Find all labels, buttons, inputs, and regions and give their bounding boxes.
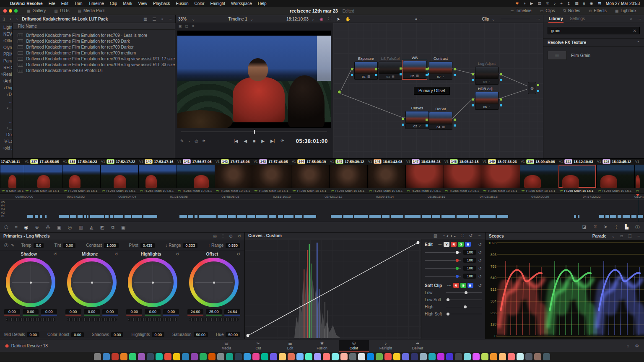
page-dots[interactable]: · ● · ·: [410, 17, 425, 21]
timeline-clip-segment[interactable]: [195, 215, 198, 218]
motion-effects-icon[interactable]: ▣: [57, 225, 61, 230]
lut-tree-folder[interactable]: ∨ Dope ...: [0, 84, 12, 91]
parade-scope[interactable]: 10238967686405123842561280: [486, 240, 644, 339]
menubar-status-icon[interactable]: ♪: [554, 1, 556, 5]
lut-tree-folder[interactable]: Lightroo...: [0, 24, 12, 31]
dock-app-icon[interactable]: [411, 353, 418, 360]
node-rgb-input-pin[interactable]: [472, 73, 474, 75]
menubar-menu[interactable]: Timeline: [88, 1, 104, 6]
timeline-clip[interactable]: V1 152 18:13:45:12 ⚯ H.265 Main 10 L5.1: [596, 159, 634, 194]
dock-app-icon[interactable]: [94, 353, 101, 360]
dock-app-icon[interactable]: [481, 353, 488, 360]
dock-app-icon[interactable]: [252, 353, 260, 360]
clip-thumbnail[interactable]: [520, 165, 558, 188]
scope-expand-icon[interactable]: ⛶: [628, 234, 631, 239]
clip-thumbnail[interactable]: [291, 165, 329, 188]
video-frame[interactable]: [177, 31, 331, 128]
dock-app-icon[interactable]: [402, 353, 409, 360]
wheel-red-value[interactable]: 0.00: [126, 309, 142, 314]
timeline-clip[interactable]: V1 144 17:58:08:19 ⚯ H.265 Main 10 L5.1: [291, 159, 329, 194]
dock-app-icon[interactable]: [235, 353, 242, 360]
softclip-slider-handle[interactable]: [447, 313, 449, 315]
stop-button[interactable]: ■: [253, 139, 255, 143]
viewer-overlay-icon-1[interactable]: ▣: [179, 24, 182, 29]
wheel-blue-value[interactable]: 0.00: [41, 309, 57, 314]
timeline-clip-segment[interactable]: [605, 215, 609, 218]
adjustment-value[interactable]: 50.00: [194, 332, 208, 337]
reset-icon[interactable]: ↺: [469, 233, 473, 238]
timeline-clip[interactable]: V1 150 18:09:49:06 ⚯ H.265 Main 10 L5.1: [520, 159, 558, 194]
timeline-clip-segment[interactable]: [638, 215, 644, 218]
dock-app-icon[interactable]: [393, 353, 400, 360]
dock-app-icon[interactable]: [437, 353, 444, 360]
node-rgb-input-pin[interactable]: [472, 98, 474, 101]
wheel-master-slider[interactable]: [67, 318, 117, 321]
loop-button[interactable]: ⟳: [280, 139, 284, 143]
dock-app-icon[interactable]: [288, 353, 295, 360]
curve-custom-icon[interactable]: ▨: [434, 233, 437, 238]
more-options-icon[interactable]: ⋯: [166, 17, 175, 21]
node-key-output-pin[interactable]: [454, 124, 456, 127]
lut-file-row[interactable]: ⋮⋮ Driftwood Kodakchrome Film Emulation …: [13, 56, 175, 62]
timeline-clip-segment[interactable]: [40, 215, 42, 218]
timeline-clip-segment[interactable]: [284, 215, 294, 218]
timeline-clip-segment[interactable]: [179, 215, 187, 218]
adjustment-value[interactable]: 0.00: [27, 332, 39, 337]
control-value[interactable]: 0.333: [183, 243, 198, 248]
timeline-clip-segment[interactable]: [269, 215, 276, 218]
softclip-slider-track[interactable]: [446, 314, 482, 314]
timeline-clip-segment[interactable]: [457, 215, 468, 218]
lut-tree-folder[interactable]: ∨ D...: [0, 91, 12, 98]
timeline-clip[interactable]: V1 147 18:03:56:23 ⚯ H.265 Main 10 L5.1: [405, 159, 444, 194]
node-key-input-pin[interactable]: [472, 79, 474, 81]
menubar-menu[interactable]: Help: [258, 1, 267, 6]
node-rgb-output-pin[interactable]: [500, 98, 502, 101]
dock-app-icon[interactable]: [305, 353, 312, 360]
timeline-clip[interactable]: V1 143 17:57:46:05 ⚯ H.265 Main 10 L5.1: [253, 159, 291, 194]
picker-dropdown-icon[interactable]: ⌄: [188, 139, 190, 142]
clip-thumbnail[interactable]: [0, 165, 24, 188]
toolbar-left-button[interactable]: ▥ LUTs: [50, 7, 73, 15]
slider-value[interactable]: 100: [463, 250, 476, 255]
dock-app-icon[interactable]: [138, 353, 145, 360]
softclip-channel-button[interactable]: B: [467, 283, 473, 288]
scopes-toggle-icon[interactable]: ▙: [625, 224, 628, 230]
wheel-red-value[interactable]: 0.00: [4, 309, 20, 314]
node-key-output-pin[interactable]: [454, 74, 456, 76]
node-key-input-pin[interactable]: [400, 73, 402, 75]
menubar-status-icon[interactable]: ▤: [538, 1, 541, 5]
timeline-clip-segment[interactable]: [45, 215, 47, 218]
dock-app-icon[interactable]: [200, 353, 207, 360]
wheel-center-handle[interactable]: [152, 282, 154, 284]
node-key-output-pin[interactable]: [500, 104, 502, 106]
window-controls[interactable]: [3, 9, 18, 13]
page-tab[interactable]: ▤ Media: [211, 340, 242, 352]
node-graph[interactable]: Exposure 01 ▥ LS FalsCol: [333, 23, 543, 158]
lut-tree-folder[interactable]: › old ...: [0, 145, 12, 151]
dock-app-icon[interactable]: [103, 353, 110, 360]
timecode-dropdown-icon[interactable]: ⌄: [309, 17, 317, 21]
dock-app-icon[interactable]: [191, 353, 198, 360]
control-value[interactable]: 0.550: [226, 243, 240, 248]
scope-more-icon[interactable]: ⋯: [636, 234, 641, 238]
zoom-window-icon[interactable]: [14, 9, 18, 13]
adjustment-value[interactable]: 0.00: [152, 332, 164, 337]
timeline-clip[interactable]: V1 145 17:59:39:12 ⚯ H.265 Main 10 L5.1: [329, 159, 367, 194]
lut-tree-folder[interactable]: Olympus: [0, 44, 12, 51]
blur-icon[interactable]: ◭: [90, 225, 93, 230]
toolbar-right-button[interactable]: ⊛ Effects: [584, 7, 611, 15]
page-tab[interactable]: ➔ Deliver: [402, 340, 433, 352]
clip-thumbnail[interactable]: [62, 165, 100, 188]
slider-value[interactable]: 100: [463, 258, 476, 263]
slider-reset-icon[interactable]: ↺: [478, 266, 482, 271]
softclip-link-icon[interactable]: ⚯: [447, 283, 451, 288]
color-node[interactable]: Log Adjust 09 ◔: [475, 62, 499, 85]
wheel-ring[interactable]: [189, 258, 239, 307]
search-icon[interactable]: ⌕: [158, 16, 166, 21]
node-key-input-pin[interactable]: [375, 74, 377, 76]
wheel-blue-value[interactable]: 24.84: [224, 309, 240, 314]
dock-app-icon[interactable]: [279, 353, 286, 360]
menubar-status-icon[interactable]: ▶: [530, 1, 533, 5]
timeline-clip-segment[interactable]: [70, 215, 76, 218]
timeline-clip-segment[interactable]: [27, 215, 33, 218]
